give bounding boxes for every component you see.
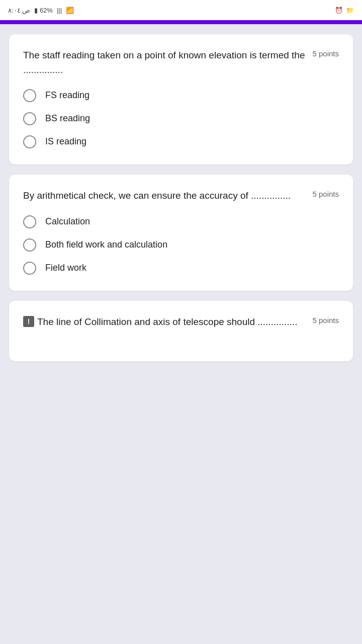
status-bar: ص ۸:۰٤ ▮ 62% ||| 📶 ⏰ 📁 <box>0 0 362 20</box>
notification-icon: ! <box>23 316 34 327</box>
option-label-q1-2: BS reading <box>45 112 90 125</box>
radio-q1-3[interactable] <box>23 135 36 148</box>
option-q1-1[interactable]: FS reading <box>23 89 339 102</box>
question-text-3: ! The line of Collimation and axis of te… <box>23 315 312 330</box>
option-q2-1[interactable]: Calculation <box>23 215 339 228</box>
question-card-1: The staff reading taken on a point of kn… <box>9 34 353 165</box>
status-right: ⏰ 📁 <box>335 7 354 14</box>
status-time: ص ۸:۰٤ <box>8 7 30 14</box>
option-q2-3[interactable]: Field work <box>23 262 339 275</box>
status-wifi: 📶 <box>66 7 74 14</box>
question-text-2: By arithmetical check, we can ensure the… <box>23 189 312 203</box>
points-label-3: 5 points <box>312 315 339 325</box>
status-signal: ||| <box>57 7 62 14</box>
radio-q2-1[interactable] <box>23 215 36 228</box>
question-header-3: ! The line of Collimation and axis of te… <box>23 315 339 330</box>
option-label-q2-3: Field work <box>45 262 86 274</box>
option-label-q2-1: Calculation <box>45 215 90 228</box>
question-text-1: The staff reading taken on a point of kn… <box>23 48 312 77</box>
question-header-1: The staff reading taken on a point of kn… <box>23 48 339 77</box>
radio-q2-2[interactable] <box>23 238 36 252</box>
options-list-2: Calculation Both field work and calculat… <box>23 215 339 275</box>
option-q1-2[interactable]: BS reading <box>23 112 339 125</box>
option-label-q1-3: IS reading <box>45 135 86 148</box>
folder-icon: 📁 <box>346 7 354 14</box>
options-list-1: FS reading BS reading IS reading <box>23 89 339 148</box>
content-area: The staff reading taken on a point of kn… <box>0 24 362 371</box>
option-q1-3[interactable]: IS reading <box>23 135 339 148</box>
option-label-q2-2: Both field work and calculation <box>45 238 167 251</box>
question-card-3: ! The line of Collimation and axis of te… <box>9 301 353 361</box>
points-label-2: 5 points <box>312 189 339 198</box>
radio-q1-1[interactable] <box>23 89 36 102</box>
alarm-icon: ⏰ <box>335 7 343 14</box>
radio-q1-2[interactable] <box>23 112 36 125</box>
option-q2-2[interactable]: Both field work and calculation <box>23 238 339 252</box>
question-header-2: By arithmetical check, we can ensure the… <box>23 189 339 203</box>
status-left: ص ۸:۰٤ ▮ 62% ||| 📶 <box>8 7 74 14</box>
question-card-2: By arithmetical check, we can ensure the… <box>9 175 353 291</box>
status-battery: ▮ 62% <box>34 7 53 14</box>
points-label-1: 5 points <box>312 48 339 58</box>
option-label-q1-1: FS reading <box>45 89 89 102</box>
radio-q2-3[interactable] <box>23 262 36 275</box>
progress-bar <box>0 20 362 24</box>
